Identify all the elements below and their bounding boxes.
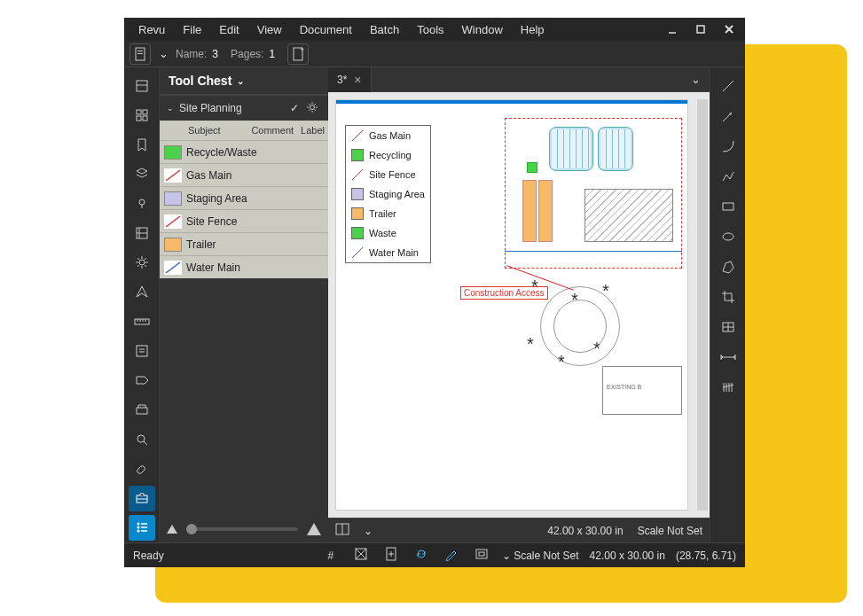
- notes-icon[interactable]: [129, 338, 155, 363]
- tool-item[interactable]: Recycle/Waste: [160, 140, 328, 163]
- tool-item-label: Water Main: [186, 261, 240, 274]
- section-expand-icon: ⌄: [167, 104, 174, 113]
- section-header[interactable]: ⌄ Site Planning ✓: [160, 96, 328, 121]
- tool-item[interactable]: Water Main: [160, 255, 328, 278]
- menu-view[interactable]: View: [248, 23, 291, 36]
- svg-point-27: [310, 105, 315, 109]
- panel-footer: [160, 516, 328, 542]
- document-dropdown[interactable]: ⌄: [156, 43, 170, 65]
- compass-icon[interactable]: [129, 279, 155, 305]
- tool-item[interactable]: Gas Main: [160, 163, 328, 186]
- ellipse-tool-icon[interactable]: [715, 223, 741, 250]
- svg-rect-1: [697, 26, 704, 33]
- ruler-icon[interactable]: [129, 308, 155, 334]
- legend-row: Trailer: [346, 204, 430, 223]
- pen-icon[interactable]: [442, 547, 461, 564]
- menu-batch[interactable]: Batch: [361, 23, 408, 36]
- menu-help[interactable]: Help: [512, 23, 553, 36]
- new-page-button[interactable]: +: [287, 43, 309, 65]
- polyline-tool-icon[interactable]: [715, 163, 741, 190]
- layers-icon[interactable]: [129, 161, 155, 187]
- tab-overflow-icon[interactable]: ⌄: [682, 73, 710, 86]
- page-scale[interactable]: Scale Not Set: [638, 525, 702, 537]
- split-dropdown[interactable]: ⌄: [364, 525, 373, 537]
- col-subject[interactable]: Subject: [184, 125, 247, 136]
- vertical-scrollbar[interactable]: [697, 99, 708, 511]
- window-close-button[interactable]: [718, 19, 740, 40]
- legend-row: Waste: [346, 223, 430, 243]
- panel-title-text: Tool Chest: [169, 74, 231, 88]
- col-comment[interactable]: Comment: [247, 125, 297, 136]
- tool-item-label: Gas Main: [186, 169, 231, 182]
- markups-list-icon[interactable]: [129, 515, 155, 541]
- svg-rect-14: [143, 116, 147, 121]
- canvas[interactable]: Gas MainRecyclingSite FenceStaging AreaT…: [328, 92, 710, 518]
- scanner-icon[interactable]: [129, 397, 155, 423]
- col-label[interactable]: Label: [297, 125, 328, 136]
- document-icon-button[interactable]: [129, 43, 151, 65]
- arrow-tool-icon[interactable]: [715, 103, 741, 129]
- snap-icon[interactable]: [351, 547, 371, 564]
- cloud-tool-icon[interactable]: [715, 314, 741, 340]
- tab-close-icon[interactable]: ×: [354, 73, 361, 87]
- swatch-icon: [164, 168, 182, 183]
- zoom-out-icon[interactable]: [167, 525, 177, 534]
- svg-line-32: [352, 169, 363, 180]
- panel-title[interactable]: Tool Chest ⌄: [160, 67, 328, 96]
- tool-item[interactable]: Trailer: [160, 232, 328, 255]
- rectangle-tool-icon[interactable]: [715, 193, 741, 220]
- menu-file[interactable]: File: [174, 23, 210, 36]
- tool-item[interactable]: Site Fence: [160, 209, 328, 232]
- check-icon[interactable]: ✓: [286, 102, 303, 114]
- legend-row: Staging Area: [346, 184, 430, 204]
- arc-tool-icon[interactable]: [715, 133, 741, 160]
- links-icon[interactable]: [129, 456, 155, 481]
- page[interactable]: Gas MainRecyclingSite FenceStaging AreaT…: [335, 99, 688, 511]
- grid-icon[interactable]: [129, 102, 155, 128]
- window-minimize-button[interactable]: [662, 19, 683, 40]
- grid-body: Recycle/WasteGas MainStaging AreaSite Fe…: [160, 140, 328, 278]
- menu-document[interactable]: Document: [291, 23, 361, 36]
- polygon-tool-icon[interactable]: [715, 253, 741, 280]
- zoom-slider[interactable]: [186, 527, 298, 531]
- menu-revu[interactable]: Revu: [129, 23, 174, 36]
- menu-tools[interactable]: Tools: [408, 23, 452, 36]
- reuse-icon[interactable]: [381, 547, 401, 564]
- page-size: 42.00 x 30.00 in: [547, 525, 623, 537]
- menu-edit[interactable]: Edit: [210, 23, 247, 36]
- legend-row: Site Fence: [346, 165, 430, 184]
- sync-icon[interactable]: [412, 547, 431, 564]
- svg-point-25: [137, 526, 139, 529]
- split-view-icon[interactable]: [335, 523, 349, 538]
- viewport-icon[interactable]: [472, 548, 491, 563]
- tag-icon[interactable]: [129, 368, 155, 394]
- bookmark-icon[interactable]: [129, 132, 155, 158]
- document-tab[interactable]: 3* ×: [328, 67, 372, 92]
- gear-icon[interactable]: [129, 250, 155, 276]
- line-tool-icon[interactable]: [715, 73, 741, 99]
- section-gear-icon[interactable]: [303, 101, 321, 116]
- dimension-tool-icon[interactable]: [715, 344, 741, 370]
- document-info-bar: ⌄ Name: 3 Pages: 1 +: [124, 41, 745, 67]
- places-icon[interactable]: [129, 191, 155, 216]
- count-tool-icon[interactable]: [715, 374, 741, 401]
- legend-swatch-icon: [351, 129, 364, 142]
- forms-icon[interactable]: [129, 220, 155, 246]
- legend-swatch-icon: [351, 149, 364, 161]
- toolchest-icon[interactable]: [129, 486, 155, 511]
- tab-bar: 3* × ⌄: [328, 67, 710, 92]
- pages-label: Pages:: [231, 48, 263, 60]
- status-scale-dropdown[interactable]: ⌄ Scale Not Set: [502, 550, 579, 562]
- grid-snap-icon[interactable]: #: [321, 550, 341, 562]
- legend-row: Recycling: [346, 145, 430, 165]
- menu-window[interactable]: Window: [453, 23, 512, 36]
- zoom-in-icon[interactable]: [307, 523, 321, 535]
- tool-item[interactable]: Staging Area: [160, 186, 328, 209]
- search-icon[interactable]: [129, 426, 155, 452]
- window-maximize-button[interactable]: [690, 19, 711, 40]
- legend-row: Water Main: [346, 243, 430, 262]
- drawing-legend: Gas MainRecyclingSite FenceStaging AreaT…: [345, 125, 431, 263]
- svg-point-15: [139, 199, 145, 205]
- crop-tool-icon[interactable]: [715, 284, 741, 310]
- thumbnails-icon[interactable]: [129, 73, 155, 98]
